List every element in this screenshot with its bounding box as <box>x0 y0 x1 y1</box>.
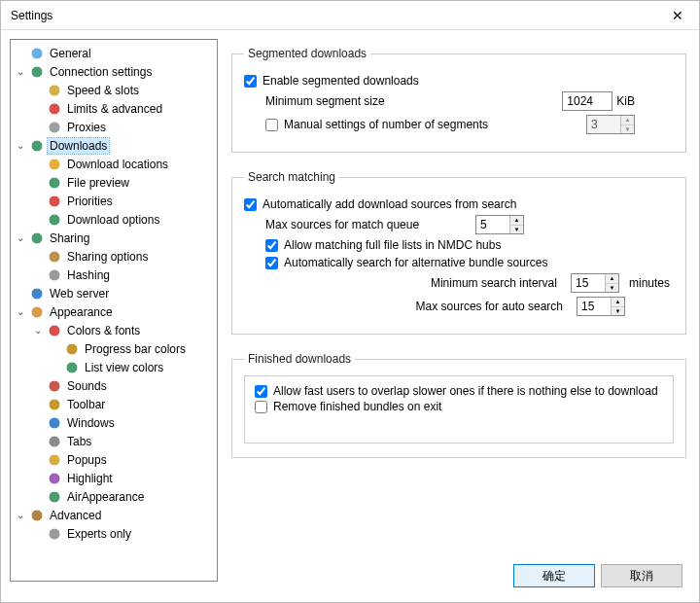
collapse-icon[interactable]: ⌄ <box>15 140 26 151</box>
remove-finished-input[interactable] <box>255 401 267 413</box>
allow-nmdc-checkbox[interactable]: Allow matching full file lists in NMDC h… <box>265 238 501 252</box>
tree-item-label: Windows <box>65 415 117 431</box>
tree-item-priorities[interactable]: Priorities <box>15 192 218 210</box>
tree-item-hashing[interactable]: Hashing <box>15 266 218 284</box>
tree-item-label: Sharing <box>48 231 91 246</box>
palette-icon <box>29 304 45 320</box>
tree-item-speed-slots[interactable]: Speed & slots <box>15 81 218 99</box>
tree-item-label: Web server <box>48 286 111 302</box>
tree-item-sharing-options[interactable]: Sharing options <box>15 247 218 266</box>
min-segment-size-input[interactable] <box>562 91 612 111</box>
tree-item-sounds[interactable]: Sounds <box>15 376 218 395</box>
tree-item-label: Downloads <box>48 138 109 154</box>
toolbar-icon <box>47 397 62 412</box>
tree-item-label: Advanced <box>48 508 103 523</box>
ok-button[interactable]: 确定 <box>513 564 595 587</box>
spinner-down-icon[interactable]: ▼ <box>510 226 523 234</box>
downloads-icon <box>29 138 45 154</box>
tree-item-label: Download locations <box>65 157 170 172</box>
tree-item-label: Sounds <box>65 378 109 394</box>
spinner-up-icon[interactable]: ▲ <box>510 216 523 226</box>
auto-add-sources-input[interactable] <box>244 198 257 211</box>
right-panel: Segmented downloads Enable segmented dow… <box>228 39 690 593</box>
min-interval-input[interactable] <box>572 274 605 292</box>
collapse-icon[interactable]: ⌄ <box>15 66 26 77</box>
auto-add-sources-label: Automatically add download sources from … <box>262 197 516 211</box>
tree-item-label: General <box>48 46 93 61</box>
spinner-up-icon[interactable]: ▲ <box>612 298 624 307</box>
allow-nmdc-input[interactable] <box>265 239 278 252</box>
collapse-icon[interactable]: ⌄ <box>15 232 26 243</box>
overlap-checkbox[interactable]: Allow fast users to overlap slower ones … <box>255 384 658 398</box>
tree-item-general[interactable]: General <box>15 44 218 62</box>
settings-tree[interactable]: General⌄ Connection settings Speed & slo… <box>10 39 218 582</box>
auto-add-sources-checkbox[interactable]: Automatically add download sources from … <box>244 197 516 211</box>
tree-item-sharing[interactable]: ⌄ Sharing <box>15 229 218 247</box>
max-match-input[interactable] <box>476 216 509 233</box>
tree-item-list-view-colors[interactable]: List view colors <box>15 358 218 376</box>
tree-item-label: Speed & slots <box>65 83 141 98</box>
tree-item-label: List view colors <box>83 360 165 375</box>
auto-alt-input[interactable] <box>265 257 278 269</box>
manual-segments-value <box>587 116 620 133</box>
tree-item-download-options[interactable]: Download options <box>15 210 218 229</box>
tree-item-connection-settings[interactable]: ⌄ Connection settings <box>15 62 218 81</box>
tree-item-colors-fonts[interactable]: ⌄ Colors & fonts <box>15 321 218 339</box>
spinner-down-icon[interactable]: ▼ <box>612 307 624 316</box>
collapse-icon[interactable]: ⌄ <box>32 325 44 336</box>
max-match-spinner[interactable]: ▲▼ <box>475 215 524 234</box>
tree-item-experts-only[interactable]: Experts only <box>15 524 218 543</box>
tree-item-label: Progress bar colors <box>83 341 188 357</box>
tree-item-highlight[interactable]: Highlight <box>15 469 218 487</box>
collapse-icon[interactable]: ⌄ <box>15 306 26 317</box>
manual-segments-input[interactable] <box>265 119 278 131</box>
tree-item-proxies[interactable]: Proxies <box>15 118 218 136</box>
finished-downloads-group: Finished downloads Allow fast users to o… <box>231 352 686 458</box>
tree-item-popups[interactable]: Popups <box>15 450 218 469</box>
min-interval-spinner[interactable]: ▲▼ <box>571 273 619 293</box>
experts-icon <box>47 526 62 542</box>
tree-item-label: Popups <box>65 452 109 468</box>
windows-icon <box>47 415 62 431</box>
enable-segmented-input[interactable] <box>244 75 257 88</box>
tree-item-label: Priorities <box>65 194 115 209</box>
tree-item-web-server[interactable]: Web server <box>15 284 218 302</box>
max-auto-spinner[interactable]: ▲▼ <box>577 297 625 316</box>
tree-item-label: Highlight <box>65 471 115 486</box>
tree-item-toolbar[interactable]: Toolbar <box>15 395 218 413</box>
tree-item-airappearance[interactable]: AirAppearance <box>15 487 218 506</box>
collapse-icon[interactable]: ⌄ <box>15 510 26 520</box>
tree-item-advanced[interactable]: ⌄ Advanced <box>15 506 218 524</box>
shareopt-icon <box>47 249 62 265</box>
tree-item-downloads[interactable]: ⌄ Downloads <box>15 136 218 155</box>
cancel-button[interactable]: 取消 <box>601 564 682 587</box>
manual-segments-checkbox[interactable]: Manual settings of number of segments <box>265 118 488 131</box>
auto-alt-checkbox[interactable]: Automatically search for alternative bun… <box>265 256 547 269</box>
tree-item-appearance[interactable]: ⌄ Appearance <box>15 302 218 321</box>
tree-item-tabs[interactable]: Tabs <box>15 432 218 450</box>
proxies-icon <box>47 120 62 135</box>
overlap-input[interactable] <box>255 385 267 398</box>
tabs-icon <box>47 434 62 449</box>
spinner-down-icon: ▼ <box>621 125 634 134</box>
tree-item-download-locations[interactable]: Download locations <box>15 155 218 173</box>
tree-item-limits-advanced[interactable]: Limits & advanced <box>15 99 218 118</box>
min-interval-label: Minimum search interval <box>244 276 565 290</box>
finished-box: Allow fast users to overlap slower ones … <box>244 375 674 443</box>
sharing-icon <box>29 231 45 246</box>
overlap-label: Allow fast users to overlap slower ones … <box>273 384 658 398</box>
air-icon <box>47 489 62 505</box>
remove-finished-checkbox[interactable]: Remove finished bundles on exit <box>255 400 441 413</box>
spinner-down-icon[interactable]: ▼ <box>606 284 618 293</box>
tree-item-label: Appearance <box>48 304 115 320</box>
tree-item-windows[interactable]: Windows <box>15 413 218 432</box>
max-auto-input[interactable] <box>578 298 611 315</box>
enable-segmented-checkbox[interactable]: Enable segmented downloads <box>244 74 419 88</box>
tree-item-progress-bar-colors[interactable]: Progress bar colors <box>15 339 218 358</box>
list-icon <box>64 360 80 375</box>
tree-item-file-preview[interactable]: File preview <box>15 173 218 192</box>
spinner-up-icon[interactable]: ▲ <box>606 274 618 284</box>
limits-icon <box>47 101 62 117</box>
opts-icon <box>47 212 62 228</box>
close-button[interactable]: ✕ <box>664 4 691 27</box>
